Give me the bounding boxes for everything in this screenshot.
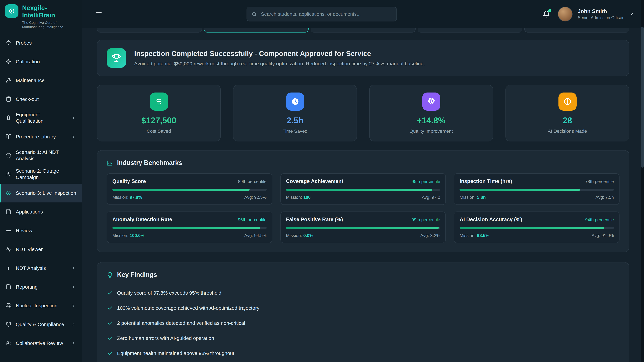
progress-bar [286, 227, 440, 229]
chevron-right-icon [70, 116, 76, 120]
sidebar-item-label: Check-out [16, 96, 39, 102]
gem-icon [422, 92, 440, 111]
chevron-right-icon [70, 266, 76, 271]
step-card-selected[interactable] [204, 28, 308, 32]
benchmark-name: Anomaly Detection Rate [112, 217, 172, 223]
sidebar-item-label: Applications [16, 209, 43, 215]
sidebar-item-scenario-1[interactable]: Scenario 1: AI NDT Analysis [0, 146, 82, 165]
progress-bar [286, 189, 440, 191]
benchmark-percentile: 95th percentile [412, 179, 440, 184]
stat-label: Time Saved [282, 128, 308, 134]
check-icon [107, 305, 113, 311]
benchmark-avg: Avg: 97.2 [422, 195, 440, 200]
benchmark-percentile: 89th percentile [238, 179, 267, 184]
chevron-down-icon[interactable] [628, 11, 634, 17]
chevron-right-icon [70, 322, 76, 327]
sidebar-item-review[interactable]: Review [0, 221, 82, 240]
finding-item: Zero human errors with AI-guided operati… [107, 331, 620, 346]
notification-bell-icon[interactable] [543, 10, 550, 18]
benchmark-percentile: 94th percentile [585, 217, 614, 222]
progress-bar [112, 189, 266, 191]
sidebar-item-collaborative-review[interactable]: Collaborative Review [0, 334, 82, 353]
award-icon [5, 115, 12, 121]
benchmark-mission: Mission:100.0% [112, 233, 144, 238]
trophy-icon [107, 48, 126, 68]
sidebar-item-quality-compliance[interactable]: Quality & Compliance [0, 315, 82, 334]
sidebar-item-procedure-library[interactable]: Procedure Library [0, 127, 82, 146]
benchmarks-grid: Quality Score89th percentile Mission:97.… [107, 173, 620, 243]
sidebar-item-ndt-viewer[interactable]: NDT Viewer [0, 240, 82, 259]
sidebar-item-label: Probes [16, 40, 32, 46]
benchmark-percentile: 96th percentile [238, 217, 267, 222]
benchmark-percentile: 78th percentile [585, 179, 614, 184]
brand-title: Nexgile-IntelliBrain [22, 4, 77, 19]
progress-bar [460, 227, 614, 229]
sidebar-item-probes[interactable]: Probes [0, 33, 82, 52]
key-findings-panel: Key Findings Quality score of 97.8% exce… [97, 262, 629, 362]
step-cards-strip [97, 28, 629, 32]
sidebar-item-label: Review [16, 227, 32, 234]
benchmark-card-coverage-achievement: Coverage Achievement95th percentile Miss… [280, 173, 446, 205]
sidebar-item-label: Nuclear Inspection [16, 303, 57, 309]
sidebar-item-nuclear-inspection[interactable]: Nuclear Inspection [0, 296, 82, 315]
sidebar-nav: Probes Calibration Maintenance Check-out… [0, 33, 82, 362]
scrollbar-thumb[interactable] [641, 27, 644, 168]
users-icon [5, 303, 12, 309]
clipboard-icon [5, 96, 12, 102]
finding-text: 100% volumetric coverage achieved with A… [117, 305, 260, 311]
step-card[interactable] [418, 28, 522, 32]
sidebar-item-label: Scenario 3: Live Inspection [16, 190, 76, 196]
check-icon [107, 351, 113, 356]
stat-label: AI Decisions Made [548, 128, 587, 134]
cpu-icon [5, 153, 12, 158]
benchmark-mission: Mission:98.5% [460, 233, 489, 238]
avatar[interactable] [558, 7, 573, 21]
sidebar-item-equipment-qualification[interactable]: Equipment Qualification [0, 109, 82, 127]
progress-fill [112, 227, 260, 229]
benchmark-card-ai-decision-accuracy: AI Decision Accuracy (%)94th percentile … [454, 212, 620, 243]
key-findings-title: Key Findings [117, 271, 157, 279]
sidebar-item-maintenance[interactable]: Maintenance [0, 71, 82, 90]
sidebar-item-scenario-3[interactable]: Scenario 3: Live Inspection [0, 184, 82, 202]
stat-card-quality-improvement: +14.8% Quality Improvement [369, 85, 493, 141]
sidebar-item-reporting[interactable]: Reporting [0, 278, 82, 296]
success-banner: Inspection Completed Successfully - Comp… [97, 40, 629, 76]
benchmark-avg: Avg: 3.2% [420, 233, 440, 238]
chevron-right-icon [70, 134, 76, 139]
sidebar-item-label: Equipment Qualification [16, 112, 66, 124]
sidebar-item-label: NDT Viewer [16, 246, 43, 253]
key-findings-header: Key Findings [107, 271, 620, 279]
stat-value: 2.5h [286, 116, 304, 125]
banner-title: Inspection Completed Successfully - Comp… [134, 50, 425, 58]
sidebar-item-applications[interactable]: Applications [0, 202, 82, 221]
search-input[interactable] [260, 11, 392, 17]
step-card[interactable] [524, 28, 629, 32]
step-card[interactable] [310, 28, 416, 32]
progress-bar [460, 189, 614, 191]
menu-icon[interactable] [95, 10, 102, 18]
sidebar-item-label: Procedure Library [16, 134, 56, 140]
chevron-right-icon [70, 285, 76, 289]
stat-label: Quality Improvement [410, 128, 453, 134]
sidebar-item-scenario-2[interactable]: Scenario 2: Outage Campaign [0, 165, 82, 184]
sidebar-item-label: Scenario 2: Outage Campaign [16, 168, 76, 180]
sidebar-item-check-out[interactable]: Check-out [0, 90, 82, 109]
benchmark-mission: Mission:100 [286, 195, 310, 200]
sidebar-item-label: Quality & Compliance [16, 321, 64, 328]
stat-label: Cost Saved [147, 128, 171, 134]
benchmark-name: Coverage Achievement [286, 178, 343, 184]
global-search [246, 7, 397, 21]
step-card[interactable] [97, 28, 202, 32]
check-icon [107, 336, 113, 341]
wrench-icon [5, 78, 12, 83]
stat-card-cost-saved: $127,500 Cost Saved [97, 85, 221, 141]
progress-fill [286, 227, 438, 229]
sidebar-item-calibration[interactable]: Calibration [0, 52, 82, 71]
file-icon [5, 209, 12, 215]
report-icon [5, 284, 12, 290]
dollar-icon [150, 92, 168, 111]
main-area: John Smith Senior Admission Officer In [82, 0, 644, 362]
sidebar-item-ndt-analysis[interactable]: NDT Analysis [0, 259, 82, 278]
sidebar-item-label: Maintenance [16, 77, 44, 84]
finding-text: Quality score of 97.8% exceeds 95% thres… [117, 290, 221, 296]
